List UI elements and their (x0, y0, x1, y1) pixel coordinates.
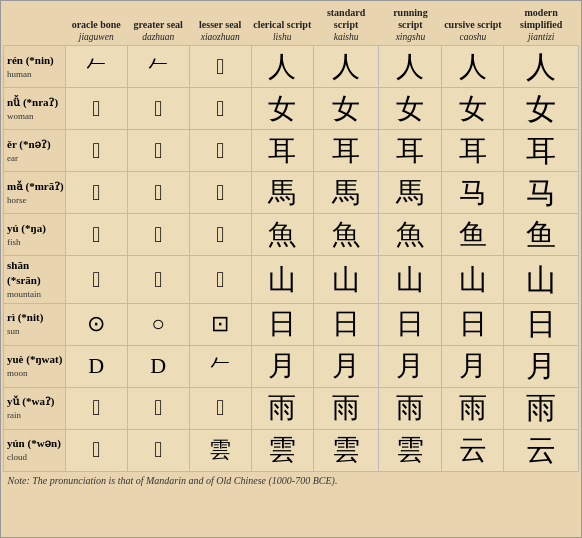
clerical-char-cell: 馬 (251, 172, 313, 214)
lesser_seal-char-cell: 𦔻 (189, 130, 251, 172)
label-cell: yǔ (*waʔ)rain (4, 387, 66, 429)
running-char-cell: 雲 (379, 429, 442, 471)
table-row: shān (*srān)mountain𡸩𡸩𡸩山山山山山 (4, 256, 579, 303)
main-container: oracle bone jiaguwen greater seal dazhua… (0, 0, 582, 538)
oracle-char-cell: 𢊁 (65, 172, 127, 214)
word-label: yún (*wən) (7, 437, 61, 449)
modern-char-cell: 鱼 (504, 214, 579, 256)
standard-char-cell: 日 (313, 303, 379, 345)
lesser_seal-char-cell: ⊡ (189, 303, 251, 345)
modern-header-sub: jiantizi (528, 32, 554, 42)
clerical-char-cell: 日 (251, 303, 313, 345)
cursive-header: cursive script caoshu (442, 5, 504, 46)
lesser_seal-char-cell: 𢊁 (189, 172, 251, 214)
clerical-header: clerical script lishu (251, 5, 313, 46)
word-label: rì (*nit) (7, 311, 43, 323)
note-row: Note: The pronunciation is that of Manda… (4, 471, 579, 489)
greater_seal-char-cell: 𠨰 (127, 88, 189, 130)
greater_seal-char-cell: 𠕲 (127, 387, 189, 429)
greater-seal-header-sub: dazhuan (142, 32, 174, 42)
meaning-label: horse (7, 195, 27, 205)
greater-seal-header-top: greater seal (134, 19, 183, 30)
table-row: rì (*nit)sun⊙○⊡日日日日日 (4, 303, 579, 345)
oracle-header-sub: jiaguwen (79, 32, 114, 42)
label-cell: ěr (*nəʔ)ear (4, 130, 66, 172)
running-char-cell: 日 (379, 303, 442, 345)
table-row: yuè (*ŋwat)moonDD𠂉月月月月月 (4, 345, 579, 387)
modern-char-cell: 耳 (504, 130, 579, 172)
greater_seal-char-cell: D (127, 345, 189, 387)
lesser-seal-header-sub: xiaozhuan (201, 32, 240, 42)
oracle-char-cell: 𡸩 (65, 256, 127, 303)
running-char-cell: 山 (379, 256, 442, 303)
lesser_seal-char-cell: 𡸩 (189, 256, 251, 303)
clerical-char-cell: 耳 (251, 130, 313, 172)
cursive-char-cell: 耳 (442, 130, 504, 172)
modern-char-cell: 日 (504, 303, 579, 345)
meaning-label: mountain (7, 289, 41, 299)
oracle-header-top: oracle bone (72, 19, 121, 30)
clerical-char-cell: 人 (251, 46, 313, 88)
table-wrapper: oracle bone jiaguwen greater seal dazhua… (1, 1, 581, 491)
standard-header: standard script kaishu (313, 5, 379, 46)
clerical-char-cell: 雲 (251, 429, 313, 471)
standard-char-cell: 山 (313, 256, 379, 303)
running-header-top: running script (393, 7, 427, 30)
oracle-char-cell: 𦔻 (65, 130, 127, 172)
modern-char-cell: 云 (504, 429, 579, 471)
meaning-label: sun (7, 326, 20, 336)
character-table: oracle bone jiaguwen greater seal dazhua… (3, 5, 579, 489)
table-row: ěr (*nəʔ)ear𦔻𦔻𦔻耳耳耳耳耳 (4, 130, 579, 172)
lesser_seal-char-cell: 𠕲 (189, 387, 251, 429)
cursive-header-sub: caoshu (459, 32, 486, 42)
word-label: yǔ (*waʔ) (7, 395, 55, 407)
cursive-char-cell: 马 (442, 172, 504, 214)
modern-header: modern simplified jiantizi (504, 5, 579, 46)
oracle-char-cell: 𠨰 (65, 88, 127, 130)
label-cell: shān (*srān)mountain (4, 256, 66, 303)
oracle-char-cell: 𠂉 (65, 46, 127, 88)
clerical-char-cell: 女 (251, 88, 313, 130)
lesser_seal-char-cell: 𠨰 (189, 88, 251, 130)
cursive-char-cell: 人 (442, 46, 504, 88)
label-cell: yú (*ŋa)fish (4, 214, 66, 256)
clerical-header-sub: lishu (273, 32, 291, 42)
greater_seal-char-cell: 𦔻 (127, 130, 189, 172)
oracle-char-cell: ⊙ (65, 303, 127, 345)
modern-char-cell: 月 (504, 345, 579, 387)
clerical-char-cell: 山 (251, 256, 313, 303)
cursive-char-cell: 日 (442, 303, 504, 345)
label-cell: yuè (*ŋwat)moon (4, 345, 66, 387)
cursive-header-top: cursive script (444, 19, 502, 30)
table-row: nǚ (*nraʔ)woman𠨰𠨰𠨰女女女女女 (4, 88, 579, 130)
oracle-char-cell: 𤋳 (65, 214, 127, 256)
word-label: yú (*ŋa) (7, 222, 46, 234)
label-cell: rì (*nit)sun (4, 303, 66, 345)
word-label: shān (*srān) (7, 259, 41, 285)
lesser-seal-header: lesser seal xiaozhuan (189, 5, 251, 46)
note-cell: Note: The pronunciation is that of Manda… (4, 471, 579, 489)
cursive-char-cell: 山 (442, 256, 504, 303)
table-row: rén (*nin)human𠂉𠂉𠂇人人人人人 (4, 46, 579, 88)
label-cell: yún (*wən)cloud (4, 429, 66, 471)
meaning-label: rain (7, 410, 21, 420)
word-label: mǎ (*mrāʔ) (7, 180, 64, 192)
label-cell: rén (*nin)human (4, 46, 66, 88)
greater_seal-char-cell: 𠂉 (127, 46, 189, 88)
cursive-char-cell: 云 (442, 429, 504, 471)
modern-header-top: modern simplified (520, 7, 562, 30)
running-char-cell: 魚 (379, 214, 442, 256)
oracle-char-cell: D (65, 345, 127, 387)
modern-char-cell: 马 (504, 172, 579, 214)
clerical-char-cell: 月 (251, 345, 313, 387)
standard-char-cell: 人 (313, 46, 379, 88)
meaning-label: human (7, 69, 32, 79)
oracle-char-cell: 𠕲 (65, 387, 127, 429)
oracle-char-cell: 𠕲 (65, 429, 127, 471)
word-label: nǚ (*nraʔ) (7, 96, 58, 108)
greater_seal-char-cell: 𤋳 (127, 214, 189, 256)
meaning-label: fish (7, 237, 21, 247)
running-char-cell: 人 (379, 46, 442, 88)
word-label: yuè (*ŋwat) (7, 353, 62, 365)
standard-char-cell: 魚 (313, 214, 379, 256)
